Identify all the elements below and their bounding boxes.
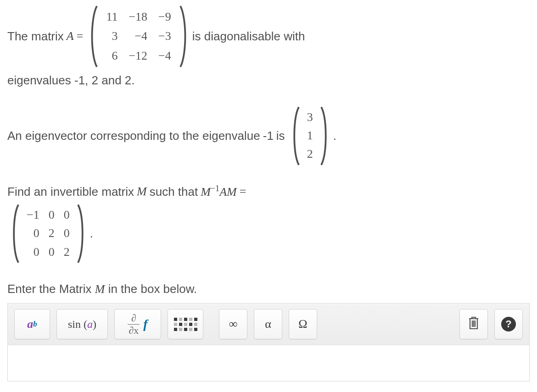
trig-label: sin (a)	[68, 318, 96, 331]
grid-icon	[174, 318, 197, 331]
enter-prompt: Enter the Matrix M in the box below.	[7, 281, 530, 298]
matrix-symbol-A: A	[67, 28, 74, 44]
matrix-cell: 2	[44, 224, 59, 243]
power-exponent-label: b	[33, 320, 37, 329]
partial-num: ∂	[130, 312, 137, 324]
matrix-cell: 6	[101, 46, 123, 66]
text-prefix: The matrix	[7, 28, 64, 44]
matrix-cell: 0	[59, 206, 74, 224]
left-paren-icon	[290, 105, 302, 166]
matrix-cell: −18	[123, 7, 153, 27]
text: An eigenvector corresponding to the eige…	[7, 127, 260, 144]
power-button[interactable]: ab	[14, 309, 50, 339]
equation-editor: ab sin (a) ∂ ∂x f	[7, 303, 530, 381]
infinity-icon: ∞	[229, 317, 238, 331]
matrix-cell: 2	[302, 145, 318, 163]
equation-input[interactable]	[8, 345, 529, 381]
derivative-f-label: f	[142, 317, 147, 331]
text: Enter the Matrix	[7, 282, 95, 296]
matrix-cell: 0	[22, 243, 44, 261]
trig-arg: a	[87, 318, 93, 330]
alpha-button[interactable]: α	[254, 309, 282, 339]
matrix-cell: 0	[44, 243, 59, 261]
find-M-statement: Find an invertible matrix M such that M−…	[7, 183, 530, 200]
trash-icon	[467, 315, 481, 334]
right-paren-icon	[178, 5, 190, 68]
equation-editor-toolbar: ab sin (a) ∂ ∂x f	[8, 304, 529, 345]
help-icon: ?	[501, 317, 516, 331]
matrix-cell: 2	[59, 243, 74, 261]
period: .	[333, 127, 336, 144]
sin-text: sin	[68, 318, 81, 330]
derivative-button[interactable]: ∂ ∂x f	[114, 309, 161, 339]
vector-v: 3 1 2	[290, 105, 330, 166]
diagonal-matrix-D: −1 0 0 0 2 0 0 0 2 .	[7, 203, 530, 264]
infinity-button[interactable]: ∞	[219, 309, 247, 339]
matrix-cell: −12	[123, 46, 153, 66]
problem-statement-line1: The matrix A = 11 −18 −9 3 −4 −3 6	[7, 5, 530, 68]
period: .	[90, 225, 93, 242]
matrix-symbol-M: M	[137, 183, 147, 200]
right-paren-icon	[75, 203, 87, 264]
matrix-A: 11 −18 −9 3 −4 −3 6 −12 −4	[88, 5, 189, 68]
equals-sign: =	[240, 183, 246, 200]
trig-button[interactable]: sin (a)	[56, 309, 108, 339]
matrix-cell: 0	[59, 224, 74, 243]
text: in the box below.	[105, 282, 197, 296]
help-button[interactable]: ?	[494, 309, 523, 339]
matrix-cell: 0	[44, 206, 59, 224]
AM-symbol: AM	[219, 185, 237, 198]
matrix-cell: 0	[22, 224, 44, 243]
matrix-cell: −3	[153, 27, 177, 46]
partial-fraction-icon: ∂ ∂x	[128, 312, 140, 337]
open-paren: (	[81, 318, 87, 330]
matrix-cell: 1	[302, 127, 318, 145]
matrix-cell: 11	[101, 7, 123, 27]
eigenvalue-value: -1	[263, 127, 274, 144]
text: is	[276, 127, 285, 144]
M-symbol: M	[201, 185, 211, 198]
matrix-cell: −1	[22, 206, 44, 224]
inverse-exponent: −1	[211, 184, 219, 193]
matrix-cell: 3	[101, 27, 123, 46]
equals-sign: =	[77, 28, 84, 44]
text-suffix: is diagonalisable with	[192, 28, 305, 44]
left-paren-icon	[9, 203, 21, 264]
power-base-label: a	[27, 317, 33, 331]
matrix-grid-button[interactable]	[168, 309, 203, 339]
right-paren-icon	[319, 105, 330, 166]
clear-button[interactable]	[459, 309, 488, 339]
close-paren: )	[93, 318, 96, 330]
matrix-D-table: −1 0 0 0 2 0 0 0 2	[22, 206, 74, 261]
omega-button[interactable]: Ω	[289, 309, 317, 339]
partial-den: ∂x	[128, 325, 140, 337]
problem-statement-line2: eigenvalues -1, 2 and 2.	[7, 72, 530, 88]
left-paren-icon	[88, 5, 100, 68]
matrix-cell: −9	[153, 7, 177, 27]
text: such that	[150, 183, 198, 200]
matrix-D: −1 0 0 0 2 0 0 0 2	[9, 203, 87, 264]
eigenvector-statement: An eigenvector corresponding to the eige…	[7, 105, 530, 166]
omega-icon: Ω	[298, 317, 307, 331]
alpha-icon: α	[265, 317, 271, 331]
matrix-cell: −4	[123, 27, 153, 46]
text: Find an invertible matrix	[7, 183, 134, 200]
matrix-cell: 3	[302, 108, 318, 127]
matrix-cell: −4	[153, 46, 177, 66]
vector-v-table: 3 1 2	[302, 108, 318, 164]
matrix-symbol-M: M	[95, 282, 105, 296]
expression-Minv-A-M: M−1AM	[201, 183, 237, 200]
matrix-A-table: 11 −18 −9 3 −4 −3 6 −12 −4	[101, 7, 176, 66]
